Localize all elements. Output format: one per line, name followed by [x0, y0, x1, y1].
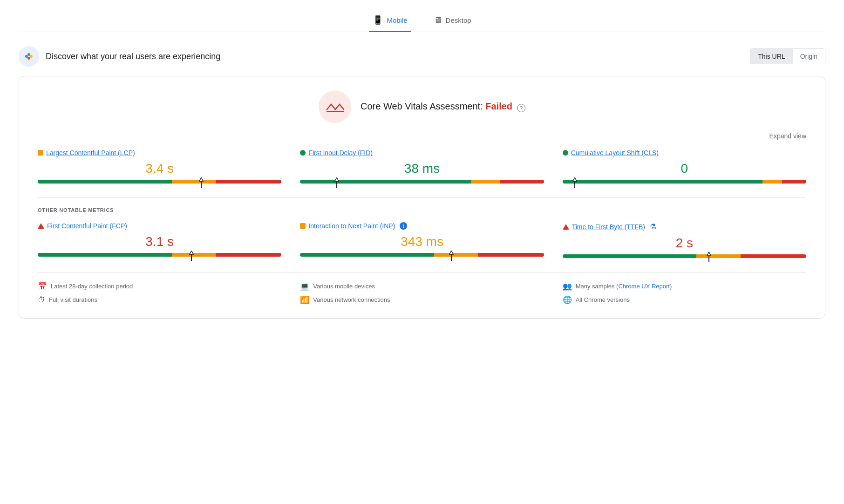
inp-label[interactable]: Interaction to Next Paint (INP)	[308, 222, 395, 230]
fcp-label[interactable]: First Contentful Paint (FCP)	[47, 222, 127, 230]
metric-cls-label-row: Cumulative Layout Shift (CLS)	[563, 149, 806, 157]
svg-marker-7	[199, 177, 203, 181]
svg-point-4	[27, 57, 30, 60]
footer-period-text: Latest 28-day collection period	[51, 283, 133, 290]
users-icon: 👥	[563, 282, 572, 291]
fcp-marker	[189, 251, 194, 261]
metric-inp: Interaction to Next Paint (INP) i 343 ms	[300, 222, 544, 258]
fid-bar-green	[300, 180, 470, 184]
tab-desktop[interactable]: 🖥 Desktop	[430, 9, 475, 32]
calendar-icon: 📅	[38, 282, 47, 291]
origin-button[interactable]: Origin	[793, 49, 825, 64]
metric-fid-label-row: First Input Delay (FID)	[300, 149, 544, 157]
fid-value: 38 ms	[300, 161, 544, 176]
footer-item-period: 📅 Latest 28-day collection period	[38, 282, 281, 291]
cls-bar-red	[782, 180, 806, 184]
svg-point-3	[30, 55, 33, 58]
cls-label[interactable]: Cumulative Layout Shift (CLS)	[571, 149, 659, 157]
metric-fcp: First Contentful Paint (FCP) 3.1 s	[38, 222, 281, 258]
lcp-bar-green	[38, 180, 172, 184]
expand-link[interactable]: Expand view	[769, 132, 806, 140]
fid-label[interactable]: First Input Delay (FID)	[308, 149, 373, 157]
crux-icon	[19, 46, 39, 67]
fcp-bar-green	[38, 253, 172, 257]
metric-lcp: Largest Contentful Paint (LCP) 3.4 s	[38, 149, 281, 184]
lcp-bar	[38, 180, 281, 184]
fid-bar	[300, 180, 544, 184]
inp-marker	[449, 251, 454, 261]
metric-cls: Cumulative Layout Shift (CLS) 0	[563, 149, 806, 184]
ttfb-marker	[706, 252, 712, 262]
expand-row: Expand view	[38, 132, 806, 140]
other-metrics-label: OTHER NOTABLE METRICS	[38, 207, 806, 213]
metric-inp-label-row: Interaction to Next Paint (INP) i	[300, 222, 544, 230]
ttfb-bar	[563, 254, 806, 258]
svg-point-1	[25, 55, 28, 58]
footer-info: 📅 Latest 28-day collection period 💻 Vari…	[38, 272, 806, 304]
lcp-bar-red	[216, 180, 281, 184]
metric-fid: First Input Delay (FID) 38 ms	[300, 149, 544, 184]
inp-bar-green	[300, 253, 434, 257]
header-row: Discover what your real users are experi…	[19, 46, 825, 67]
inp-dot	[300, 223, 306, 229]
metric-ttfb: Time to First Byte (TTFB) ⚗ 2 s	[563, 222, 806, 258]
other-metrics-grid: First Contentful Paint (FCP) 3.1 s	[38, 222, 806, 258]
url-toggle: This URL Origin	[750, 48, 825, 64]
svg-marker-11	[573, 177, 577, 181]
lcp-marker	[198, 177, 204, 188]
fcp-value: 3.1 s	[38, 234, 281, 249]
footer-item-devices: 💻 Various mobile devices	[300, 282, 544, 291]
inp-bar-red	[478, 253, 544, 257]
ttfb-label[interactable]: Time to First Byte (TTFB)	[572, 223, 645, 231]
header-title: Discover what your real users are experi…	[46, 52, 220, 61]
footer-item-chrome: 🌐 All Chrome versions	[563, 295, 806, 304]
cls-value: 0	[563, 161, 806, 176]
ttfb-bar-green	[563, 254, 697, 258]
cwv-title: Core Web Vitals Assessment: Failed ?	[361, 101, 525, 112]
metric-fcp-label-row: First Contentful Paint (FCP)	[38, 222, 281, 230]
cwv-status: Failed	[485, 101, 512, 111]
cls-bar	[563, 180, 806, 184]
ttfb-value: 2 s	[563, 236, 806, 251]
inp-info-icon[interactable]: i	[400, 222, 407, 230]
tab-desktop-label: Desktop	[446, 16, 471, 24]
footer-samples-text: Many samples (Chrome UX Report)	[576, 283, 672, 290]
ttfb-triangle	[563, 224, 569, 230]
fid-bar-red	[500, 180, 544, 184]
tab-bar: 📱 Mobile 🖥 Desktop	[19, 9, 825, 32]
metric-lcp-label-row: Largest Contentful Paint (LCP)	[38, 149, 281, 157]
cls-bar-orange	[762, 180, 782, 184]
lcp-label[interactable]: Largest Contentful Paint (LCP)	[46, 149, 135, 157]
fcp-bar	[38, 253, 281, 257]
cwv-failed-icon	[319, 90, 351, 123]
lcp-bar-orange	[172, 180, 216, 184]
network-icon: 📶	[300, 295, 309, 304]
main-card: Core Web Vitals Assessment: Failed ? Exp…	[19, 76, 825, 319]
cwv-help-icon[interactable]: ?	[517, 104, 525, 112]
inp-bar	[300, 253, 544, 257]
svg-marker-15	[449, 251, 453, 254]
globe-icon: 🌐	[563, 295, 572, 304]
desktop-icon: 🖥	[434, 15, 442, 25]
timer-icon: ⏱	[38, 296, 45, 304]
ttfb-lab-icon[interactable]: ⚗	[650, 222, 656, 231]
svg-marker-13	[190, 251, 193, 254]
footer-item-duration: ⏱ Full visit durations	[38, 295, 281, 304]
header-left: Discover what your real users are experi…	[19, 46, 220, 67]
footer-devices-text: Various mobile devices	[313, 283, 375, 290]
fid-dot	[300, 150, 306, 156]
tab-mobile[interactable]: 📱 Mobile	[369, 9, 411, 32]
cwv-title-prefix: Core Web Vitals Assessment:	[361, 101, 485, 111]
fid-bar-orange	[471, 180, 500, 184]
ttfb-bar-red	[741, 254, 806, 258]
section-divider	[38, 198, 806, 198]
fcp-triangle	[38, 223, 44, 229]
fid-marker	[334, 177, 340, 188]
this-url-button[interactable]: This URL	[750, 49, 792, 64]
chrome-ux-report-link[interactable]: Chrome UX Report	[618, 283, 670, 290]
footer-item-samples: 👥 Many samples (Chrome UX Report)	[563, 282, 806, 291]
lcp-value: 3.4 s	[38, 161, 281, 176]
cwv-metrics-grid: Largest Contentful Paint (LCP) 3.4 s	[38, 149, 806, 184]
svg-marker-17	[707, 252, 711, 256]
cls-dot	[563, 150, 568, 156]
